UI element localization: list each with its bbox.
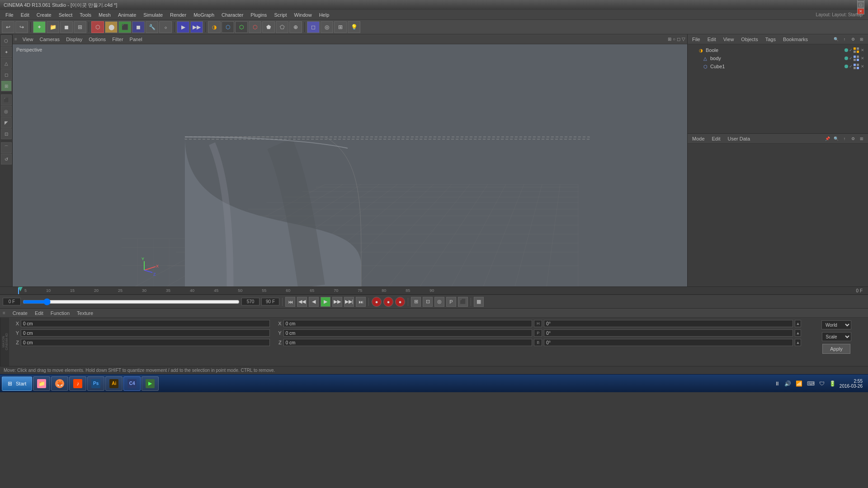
viewport-menu-view[interactable]: View [20, 36, 36, 43]
menu-character[interactable]: Character [218, 11, 247, 19]
coord-p-rot[interactable] [544, 329, 793, 337]
obj-search-icon[interactable]: 🔍 [832, 36, 840, 43]
obj-panel-view[interactable]: View [722, 36, 736, 43]
scale-dropdown[interactable]: Scale Percent [822, 332, 851, 341]
coord-h-rot[interactable] [544, 320, 793, 327]
viewport-icon-1[interactable]: ⊞ [668, 37, 671, 42]
viewport-3d[interactable]: Perspective [13, 44, 687, 286]
taskbar-app8[interactable]: ▶ [142, 376, 159, 391]
menu-file[interactable]: File [2, 11, 17, 19]
taskbar-photoshop[interactable]: Ps [87, 376, 104, 391]
cube1-vis-dot[interactable] [844, 65, 848, 68]
bottom-menu-texture[interactable]: Texture [75, 310, 95, 317]
record-rot-btn[interactable]: ● [395, 297, 405, 307]
redo-button[interactable]: ↪ [15, 21, 28, 33]
viewport-menu-display[interactable]: Display [63, 36, 85, 43]
play-forward-btn[interactable]: ▶▶ [332, 297, 342, 307]
frame-end-label[interactable]: 90 F [261, 298, 279, 305]
record-pos-btn[interactable]: ● [383, 297, 393, 307]
taskbar-illustrator[interactable]: Ai [105, 376, 123, 391]
coord-b-rot[interactable] [544, 339, 793, 346]
menu-script[interactable]: Script [270, 11, 290, 19]
left-tool-10[interactable]: ⌒ [1, 142, 12, 153]
attr-settings-icon[interactable]: ⚙ [849, 135, 857, 142]
pause-icon[interactable]: ⏸ [774, 380, 781, 388]
viewport-menu-cameras[interactable]: Cameras [37, 36, 63, 43]
viewport-icon-2[interactable]: ○ [673, 37, 675, 42]
anim-snap-btn[interactable]: ⊡ [423, 297, 433, 307]
next-frame-btn[interactable]: ▶▶| [344, 297, 354, 307]
battery-icon[interactable]: 🔋 [828, 380, 837, 388]
menu-create[interactable]: Create [33, 11, 55, 19]
bottom-menu-create[interactable]: Create [11, 310, 29, 317]
viewport-icon-4[interactable]: ▽ [682, 37, 685, 42]
attr-mode[interactable]: Mode [690, 135, 707, 142]
grid-snap-btn[interactable]: ⊞ [411, 297, 421, 307]
fx-btn[interactable]: ⬛ [458, 297, 468, 307]
bottom-menu-edit[interactable]: Edit [33, 310, 45, 317]
prev-frame-btn[interactable]: ◀◀ [297, 297, 307, 307]
coord-z-lock[interactable]: B [534, 339, 542, 346]
body-vis-dot[interactable] [844, 56, 848, 60]
play-back-btn[interactable]: ◀ [309, 297, 319, 307]
taskbar-app3[interactable]: ♪ [69, 376, 86, 391]
bridge-btn[interactable]: ⬡ [249, 21, 261, 33]
taskbar-firefox[interactable]: 🦊 [51, 376, 68, 391]
attr-search-icon[interactable]: 🔍 [832, 135, 840, 142]
left-tool-2[interactable]: ✦ [1, 47, 12, 57]
menu-help[interactable]: Help [316, 11, 333, 19]
left-tool-4[interactable]: ◻ [1, 69, 12, 80]
texture-mode-btn[interactable]: ⬦ [159, 21, 172, 33]
magnet-btn[interactable]: ⊕ [289, 21, 302, 33]
menu-select[interactable]: Select [55, 11, 76, 19]
obj-expand-icon[interactable]: ⊞ [858, 36, 865, 43]
menu-plugins[interactable]: Plugins [247, 11, 270, 19]
menu-simulate[interactable]: Simulate [140, 11, 166, 19]
view-options-btn[interactable]: ◎ [321, 21, 333, 33]
keyboard-icon[interactable]: ⌨ [806, 380, 816, 388]
audio-icon[interactable]: 🔊 [783, 380, 792, 388]
extrude-btn[interactable]: ⬡ [222, 21, 234, 33]
knife-btn[interactable]: ⬟ [262, 21, 275, 33]
coord-x-size[interactable] [283, 320, 533, 327]
coord-y-pos[interactable] [21, 329, 270, 337]
render-all-btn[interactable]: ▶▶ [190, 21, 203, 33]
record-btn[interactable]: ● [372, 297, 382, 307]
edges-mode-btn[interactable]: ⬛ [118, 21, 131, 33]
grid-btn[interactable]: ⊞ [334, 21, 347, 33]
object-boole[interactable]: ◑ Boole ✓ ✕ [689, 46, 866, 54]
object-body[interactable]: △ body ✓ ✕ [689, 54, 866, 62]
coord-b-arrow[interactable]: ▲ [795, 339, 801, 346]
taskbar-cinema4d[interactable]: C4 [123, 376, 141, 391]
attr-expand-icon[interactable]: ⊞ [858, 135, 865, 142]
menu-edit[interactable]: Edit [17, 11, 33, 19]
start-button[interactable]: ⊞ Start [2, 376, 32, 391]
coord-y-size[interactable] [283, 329, 533, 337]
maximize-button[interactable]: □ [857, 2, 864, 8]
bulb-btn[interactable]: 💡 [348, 21, 360, 33]
attr-pin-icon[interactable]: 📌 [824, 135, 831, 142]
render-region-button[interactable]: ⊞ [74, 21, 86, 33]
tweak-mode-btn[interactable]: 🔧 [146, 21, 158, 33]
timeline-scrubber[interactable] [23, 300, 240, 304]
undo-button[interactable]: ↩ [2, 21, 14, 33]
boole-vis-dot[interactable] [844, 48, 848, 52]
render-view-btn[interactable]: ▶ [177, 21, 189, 33]
obj-panel-edit[interactable]: Edit [706, 36, 718, 43]
obj-panel-file[interactable]: File [690, 36, 702, 43]
left-tool-3[interactable]: △ [1, 58, 12, 69]
menu-tools[interactable]: Tools [76, 11, 95, 19]
frame-display-left[interactable]: 0 F [3, 298, 21, 305]
viewport-menu-panel[interactable]: Panel [127, 36, 145, 43]
menu-render[interactable]: Render [166, 11, 190, 19]
left-tool-7[interactable]: ◎ [1, 106, 12, 117]
menu-mograph[interactable]: MoGraph [190, 11, 218, 19]
new-button[interactable]: ✦ [33, 21, 46, 33]
play-btn[interactable]: ▶ [321, 297, 330, 307]
obj-panel-tags[interactable]: Tags [764, 36, 778, 43]
bevel-btn[interactable]: ⬡ [235, 21, 248, 33]
taskbar-explorer[interactable]: 📁 [33, 376, 50, 391]
attr-edit[interactable]: Edit [710, 135, 722, 142]
symmetry-btn[interactable]: ⬠ [276, 21, 288, 33]
menu-window[interactable]: Window [291, 11, 316, 19]
